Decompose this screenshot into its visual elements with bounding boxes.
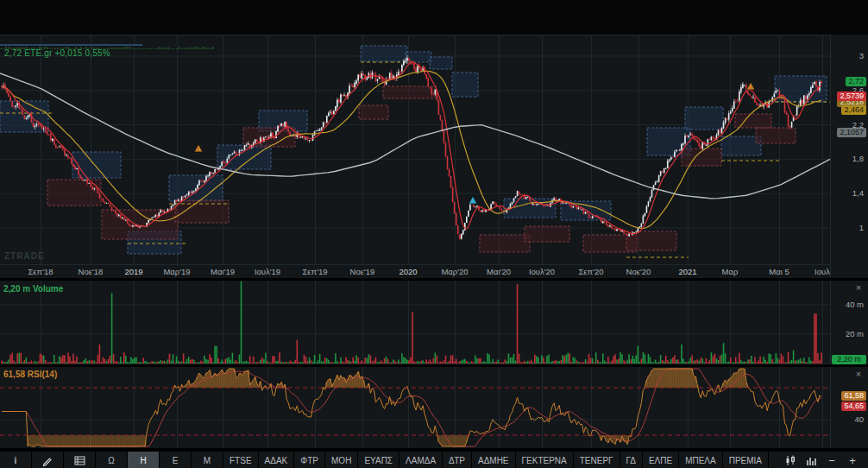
ticker-ΑΔΑΚ-button[interactable]: ΑΔΑΚ — [259, 452, 295, 468]
volume-pane-close-button[interactable]: × — [852, 282, 865, 293]
volume-pane-title: 2,20 m Volume — [3, 284, 63, 294]
symbol-quote-header: 2,72 ETE.gr +0,015 0,55% — [4, 48, 110, 58]
tool-info-button[interactable]: i — [0, 452, 32, 468]
chart-type-button[interactable] — [782, 452, 799, 468]
price-tick-label: 1,8 — [821, 154, 864, 163]
price-badge: 2,464 — [841, 105, 866, 115]
ticker-ΔΤΡ-button[interactable]: ΔΤΡ — [443, 452, 472, 468]
volume-toggle-button[interactable] — [802, 452, 820, 468]
rsi-badge: 61,58 — [841, 391, 866, 401]
ticker-ΤΕΝΕΡΓ-button[interactable]: ΤΕΝΕΡΓ — [574, 452, 620, 468]
ticker-ΜΠΕΛΑ-button[interactable]: ΜΠΕΛΑ — [679, 452, 723, 468]
time-axis-label: Μαρ'20 — [441, 267, 468, 276]
bars-icon — [806, 455, 817, 466]
timeframe-M-button[interactable]: M — [192, 452, 223, 468]
volume-tick-label: 40 m — [821, 300, 864, 309]
price-tick-label: 3 — [821, 51, 864, 60]
time-axis-label: Ιουλ — [815, 267, 830, 276]
ticker-ΑΔΜΗΕ-button[interactable]: ΑΔΜΗΕ — [472, 452, 516, 468]
toolbar-right-controls: −+ — [782, 452, 868, 468]
candles-icon — [785, 455, 796, 466]
time-axis-label: Νοε'19 — [350, 267, 375, 276]
watermark: ZTRADE — [4, 251, 45, 261]
time-axis-label: 2021 — [678, 267, 696, 276]
time-axis-label: Μαι 5 — [769, 267, 789, 276]
ticker-ΓΕΚΤΕΡΝΑ-button[interactable]: ΓΕΚΤΕΡΝΑ — [516, 452, 574, 468]
ticker-ΜΟΗ-button[interactable]: ΜΟΗ — [325, 452, 358, 468]
pencil-icon — [42, 455, 53, 466]
ticker-ΛΑΜΔΑ-button[interactable]: ΛΑΜΔΑ — [399, 452, 443, 468]
time-axis-label: Μαι'19 — [211, 267, 235, 276]
timeframe-Ω-button[interactable]: Ω — [96, 452, 128, 468]
ticker-ΠΡΕΜΙΑ-button[interactable]: ΠΡΕΜΙΑ — [723, 452, 769, 468]
time-axis-label: Μαρ — [722, 267, 739, 276]
volume-badge: 2,20 m — [832, 355, 866, 364]
ticker-ΓΔ-button[interactable]: ΓΔ — [620, 452, 643, 468]
volume-tick-label: 20 m — [821, 329, 864, 338]
time-axis-label: Μαι'20 — [487, 267, 511, 276]
tool-draw-button[interactable] — [32, 452, 64, 468]
price-badge: 2,1057 — [837, 128, 866, 137]
rsi-pane-title: 61,58 RSI(14) — [3, 370, 57, 379]
ticker-ΕΥΑΠΣ-button[interactable]: ΕΥΑΠΣ — [358, 452, 399, 468]
trading-app: 2,72 ETE.gr +0,015 0,55% ZTRADE 2,20 m V… — [0, 0, 868, 468]
list-icon — [74, 455, 85, 466]
zoom-out-button[interactable]: − — [823, 452, 840, 468]
time-axis-label: Ιουλ'19 — [255, 267, 280, 276]
price-volume-rsi-chart[interactable] — [0, 0, 868, 468]
tool-watchlist-button[interactable] — [64, 452, 96, 468]
rsi-pane-close-button[interactable]: × — [852, 369, 865, 379]
bottom-toolbar: iΩHEMFTSEΑΔΑΚΦΤΡΜΟΗΕΥΑΠΣΛΑΜΔΑΔΤΡΑΔΜΗΕΓΕΚ… — [0, 451, 868, 468]
zoom-in-button[interactable]: + — [844, 452, 861, 468]
price-tick-label: 1,4 — [821, 188, 864, 198]
time-axis-label: Νοε'20 — [626, 267, 651, 276]
price-tick-label: 1 — [821, 223, 864, 232]
price-badge: 2,72 — [846, 77, 866, 86]
time-axis-label: 2020 — [399, 267, 417, 276]
price-badge: 2,5739 — [837, 92, 866, 101]
ticker-ΦΤΡ-button[interactable]: ΦΤΡ — [294, 452, 325, 468]
time-axis-label: Νοε'18 — [79, 267, 104, 276]
time-axis-label: Μαρ'19 — [163, 267, 190, 276]
time-axis-label: 2019 — [124, 267, 142, 276]
ticker-ΕΛΠΕ-button[interactable]: ΕΛΠΕ — [643, 452, 679, 468]
time-axis-label: Σεπ'18 — [28, 267, 53, 276]
pane-separator[interactable] — [0, 364, 868, 367]
timeframe-H-button[interactable]: H — [128, 452, 160, 468]
rsi-tick-label: 40 — [821, 414, 864, 424]
pane-separator[interactable] — [0, 278, 868, 281]
time-axis-label: Ιουλ'20 — [529, 267, 555, 276]
time-axis-label: Σεπ'20 — [578, 267, 603, 276]
time-axis-label: Σεπ'19 — [302, 267, 327, 276]
ticker-FTSE-button[interactable]: FTSE — [223, 452, 259, 468]
rsi-badge: 54,65 — [841, 402, 866, 411]
timeframe-E-button[interactable]: E — [160, 452, 192, 468]
